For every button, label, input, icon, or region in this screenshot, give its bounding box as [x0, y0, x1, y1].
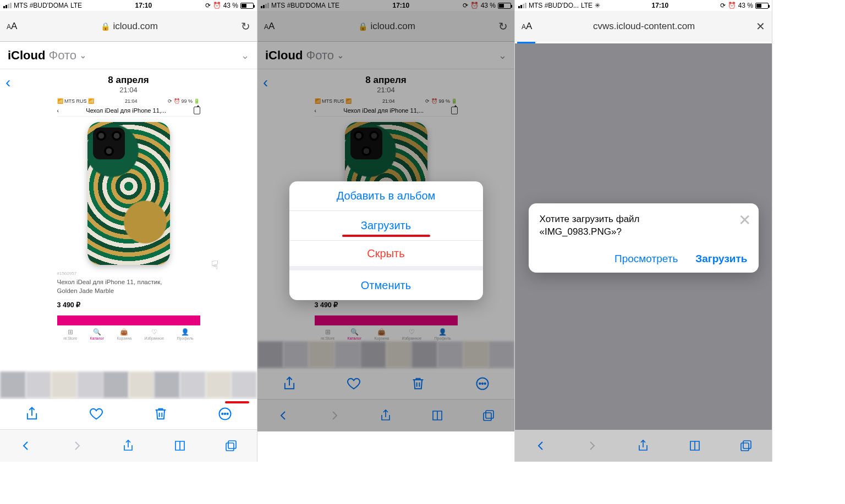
- battery-pct: 43 %: [738, 2, 753, 9]
- dialog-question: Хотите загрузить файл: [540, 214, 640, 224]
- reload-icon[interactable]: ↻: [498, 20, 508, 33]
- back-chevron-icon[interactable]: ‹: [6, 74, 10, 91]
- url-domain: icloud.com: [113, 21, 158, 32]
- rotation-lock-icon: ⟳: [205, 2, 211, 9]
- clock-label: 17:10: [135, 2, 152, 9]
- nav-bookmarks-icon[interactable]: [688, 439, 701, 452]
- text-size-button[interactable]: AA: [7, 21, 17, 32]
- url-domain: cvws.icloud-content.com: [593, 21, 695, 32]
- nav-tabs-icon[interactable]: [224, 439, 238, 452]
- battery-icon: [240, 3, 254, 9]
- svg-point-9: [484, 383, 485, 384]
- safari-bottom-nav: [515, 430, 772, 462]
- svg-rect-12: [743, 441, 751, 448]
- nav-tabs-icon[interactable]: [739, 439, 753, 452]
- sheet-add-to-album[interactable]: Добавить в альбом: [289, 181, 483, 211]
- heart-icon[interactable]: [89, 406, 104, 422]
- safari-url-bar[interactable]: AA cvws.icloud-content.com ✕: [515, 11, 772, 42]
- alarm-icon: ⏰: [213, 2, 221, 9]
- trash-icon: [410, 376, 426, 391]
- nav-share-icon[interactable]: [122, 439, 135, 452]
- clock-label: 17:10: [652, 2, 669, 9]
- chevron-down-icon[interactable]: ⌄: [241, 49, 249, 62]
- battery-pct: 43 %: [481, 2, 496, 9]
- share-icon: [282, 376, 297, 391]
- product-info: #1560957 Чехол iDeal для iPhone 11, плас…: [57, 268, 200, 312]
- screenshot-panel-2: MTS #BUD'DOMA LTE 17:10 ⟳ ⏰ 43 % AA 🔒 ic…: [257, 0, 515, 462]
- annotation-underline: [342, 235, 430, 237]
- thumbnail-strip[interactable]: [0, 372, 257, 398]
- carrier-label: MTS #BUD'DOMA: [14, 2, 68, 9]
- screenshot-panel-1: MTS #BUD'DOMA LTE 17:10 ⟳ ⏰ 43 % AA 🔒 ic…: [0, 0, 257, 462]
- svg-rect-13: [741, 443, 749, 451]
- status-bar: MTS #BUD'DOMA LTE 17:10 ⟳ ⏰ 43 %: [0, 0, 257, 11]
- sheet-hide[interactable]: Скрыть: [289, 241, 483, 270]
- close-icon[interactable]: ✕: [738, 211, 751, 229]
- reload-icon[interactable]: ↻: [241, 20, 250, 33]
- svg-point-3: [227, 413, 228, 414]
- icloud-app-header: iCloud Фото ⌄ ⌄: [0, 42, 257, 69]
- url-domain: icloud.com: [371, 21, 415, 32]
- phone-case-image: [87, 122, 170, 265]
- text-size-button[interactable]: AA: [264, 21, 275, 32]
- alarm-icon: ⏰: [470, 2, 479, 9]
- camera-module: [93, 128, 125, 159]
- svg-point-8: [481, 383, 482, 384]
- nav-back-icon[interactable]: [534, 439, 547, 452]
- nav-share-icon[interactable]: [637, 439, 650, 452]
- rotation-lock-icon: ⟳: [720, 2, 726, 9]
- chevron-down-icon: ⌄: [498, 49, 507, 62]
- battery-pct: 43 %: [223, 2, 238, 9]
- nav-bookmarks-icon[interactable]: [173, 439, 186, 452]
- photo-action-bar: [0, 398, 257, 430]
- lock-icon: 🔒: [101, 22, 110, 31]
- photo-action-bar: [257, 368, 514, 400]
- network-label: LTE: [70, 2, 82, 9]
- signal-icon: [3, 3, 12, 8]
- product-price: 3 490 ₽: [57, 301, 200, 309]
- nav-forward-icon[interactable]: [70, 439, 84, 452]
- inner-nav-bar: ‹ Чехол iDeal для iPhone 11,...: [57, 105, 200, 117]
- alarm-icon: ⏰: [728, 2, 736, 9]
- dialog-download-button[interactable]: Загрузить: [695, 253, 747, 265]
- network-label: LTE: [581, 2, 592, 9]
- sheet-download[interactable]: Загрузить: [289, 211, 483, 241]
- safari-url-bar[interactable]: AA 🔒 icloud.com ↻: [257, 11, 514, 42]
- status-bar: MTS #BUD'DOMA LTE 17:10 ⟳ ⏰ 43 %: [257, 0, 514, 11]
- chevron-down-icon[interactable]: ⌄: [80, 51, 86, 60]
- photo-content[interactable]: 📶 MTS RUS 📶 21:04 ⟳ ⏰ 99 % 🔋 ‹ Чехол iDe…: [0, 97, 257, 372]
- signal-icon: [261, 3, 269, 8]
- inner-product-title: Чехол iDeal для iPhone 11,...: [86, 107, 166, 114]
- svg-point-2: [224, 413, 225, 414]
- dialog-filename: IMG_0983.PNG: [540, 226, 622, 237]
- status-bar: MTS #BUD'DO... LTE ✳︎ 17:10 ⟳ ⏰ 43 %: [515, 0, 772, 11]
- sheet-cancel[interactable]: Отменить: [289, 270, 483, 300]
- more-icon[interactable]: [217, 406, 233, 422]
- heart-icon: [346, 376, 361, 391]
- svg-rect-5: [226, 443, 234, 451]
- safari-url-bar[interactable]: AA 🔒 icloud.com ↻: [0, 11, 257, 42]
- pointer-hand-icon: ☟: [211, 258, 218, 273]
- photo-date-header: ‹ 8 апреля 21:04: [0, 69, 257, 97]
- back-chevron-icon: ‹: [263, 74, 268, 91]
- nav-back-icon[interactable]: [19, 439, 32, 452]
- share-icon[interactable]: [24, 406, 40, 422]
- annotation-underline: [225, 401, 249, 403]
- chevron-down-icon: ⌄: [337, 51, 344, 60]
- more-icon: [475, 376, 490, 391]
- icloud-section-name[interactable]: Фото: [48, 48, 76, 63]
- safari-bottom-nav: [0, 430, 257, 462]
- text-size-button[interactable]: AA: [522, 21, 532, 32]
- safari-bottom-nav: [257, 400, 514, 431]
- battery-icon: [498, 3, 511, 9]
- dialog-view-button[interactable]: Просмотреть: [614, 253, 678, 265]
- battery-icon: [755, 3, 769, 9]
- close-icon[interactable]: ✕: [756, 20, 765, 33]
- action-sheet: Добавить в альбом Загрузить Скрыть Отмен…: [289, 181, 483, 300]
- clock-label: 17:10: [393, 2, 410, 9]
- inner-back-icon: ‹: [57, 108, 59, 114]
- photo-date: 8 апреля: [0, 75, 257, 86]
- icloud-app-name[interactable]: iCloud: [8, 48, 45, 63]
- nav-forward-icon[interactable]: [585, 439, 599, 452]
- trash-icon[interactable]: [153, 406, 168, 422]
